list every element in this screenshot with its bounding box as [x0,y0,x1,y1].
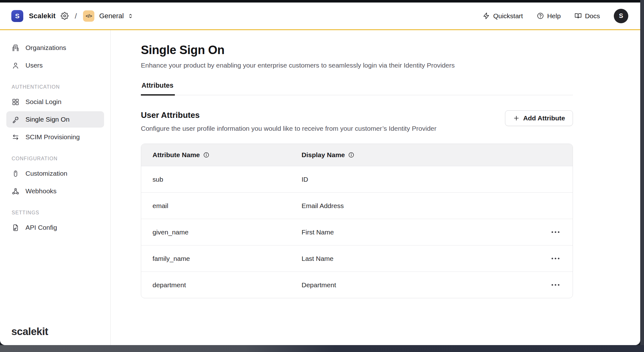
main-content: Single Sign On Enhance your product by e… [111,30,640,345]
sidebar-item-label: Social Login [25,98,61,106]
lightning-icon [483,12,490,19]
row-actions-menu-icon[interactable] [551,282,560,288]
workspace-logo[interactable]: S [11,10,23,22]
sidebar-item-label: Single Sign On [25,116,69,123]
user-attributes-description: Configure the user profile information y… [141,125,436,132]
sidebar-item-users[interactable]: Users [6,57,104,74]
docs-button[interactable]: Docs [575,12,600,20]
add-attribute-button[interactable]: Add Attribute [505,110,573,126]
display-name-cell: ID [290,176,529,183]
book-icon [575,12,582,19]
sidebar-item-social-login[interactable]: Social Login [6,94,104,110]
attribute-name-cell: sub [141,176,290,183]
table-row: given_name First Name [141,219,573,245]
desktop-right-edge [640,0,644,352]
sidebar-section-settings: SETTINGS [12,210,104,216]
sidebar-item-customization[interactable]: Customization [6,165,104,182]
sidebar-item-label: Users [25,62,43,69]
workspace-name[interactable]: Scalekit [29,12,56,20]
column-header-display-name: Display Name [302,151,345,159]
tab-bar: Attributes [141,82,573,95]
workspace-logo-letter: S [15,12,19,20]
desktop-bottom-edge [0,345,644,352]
users-icon [12,62,19,69]
attribute-name-cell: family_name [141,255,290,262]
sidebar-item-label: SCIM Provisioning [25,133,80,141]
sidebar-section-configuration: CONFIGURATION [12,156,104,162]
scalekit-wordmark: scalekit [11,326,48,338]
organizations-icon [12,44,19,52]
top-header: S Scalekit / </> General Quickstart [0,3,640,30]
app-window: S Scalekit / </> General Quickstart [0,3,640,345]
breadcrumb-separator: / [75,12,77,20]
tab-attributes[interactable]: Attributes [141,82,175,96]
sidebar-item-label: Customization [25,170,67,177]
sidebar-item-organizations[interactable]: Organizations [6,40,104,56]
sidebar-item-webhooks[interactable]: Webhooks [6,183,104,199]
social-login-grid-icon [12,98,19,106]
environment-badge-code-icon[interactable]: </> [83,10,94,22]
attribute-name-cell: given_name [141,228,290,236]
webhook-icon [12,187,19,195]
sidebar-item-label: Organizations [25,44,66,52]
display-name-cell: First Name [290,228,529,236]
attributes-table: Attribute Name Display Name [141,144,573,298]
page-title: Single Sign On [141,43,573,57]
table-header-row: Attribute Name Display Name [141,144,573,166]
plus-icon [513,115,520,122]
user-attributes-heading: User Attributes [141,110,436,120]
sidebar-item-label: API Config [25,224,57,231]
table-row: family_name Last Name [141,245,573,272]
desktop-top-edge [0,0,644,3]
key-icon [12,116,19,124]
workspace-settings-gear-icon[interactable] [61,12,69,20]
page-subtitle: Enhance your product by enabling your en… [141,62,573,69]
sidebar-section-authentication: AUTHENTICATION [12,84,104,90]
sidebar-item-single-sign-on[interactable]: Single Sign On [6,111,104,128]
display-name-cell: Department [290,281,529,289]
help-button[interactable]: Help [537,12,561,20]
sidebar-item-api-config[interactable]: API Config [6,219,104,236]
info-icon[interactable] [203,152,209,158]
display-name-cell: Last Name [290,255,529,262]
table-row: sub ID [141,166,573,192]
table-row: email Email Address [141,192,573,219]
api-config-file-icon [12,224,19,232]
info-icon[interactable] [348,152,354,158]
customization-icon [12,170,19,178]
quickstart-button[interactable]: Quickstart [483,12,523,20]
environment-selector-chevrons-icon[interactable] [127,13,134,19]
user-avatar[interactable]: S [614,9,628,23]
table-row: department Department [141,272,573,298]
sidebar: Organizations Users AUTHENTICATION Socia… [0,30,111,345]
environment-selector-label[interactable]: General [99,12,124,20]
row-actions-menu-icon[interactable] [551,229,560,235]
column-header-attribute-name: Attribute Name [153,151,200,159]
display-name-cell: Email Address [290,202,529,210]
sidebar-item-label: Webhooks [25,187,57,195]
sync-arrows-icon [12,133,19,141]
sidebar-item-scim-provisioning[interactable]: SCIM Provisioning [6,129,104,145]
help-circle-icon [537,12,544,19]
row-actions-menu-icon[interactable] [551,256,560,261]
attribute-name-cell: department [141,281,290,289]
attribute-name-cell: email [141,202,290,210]
